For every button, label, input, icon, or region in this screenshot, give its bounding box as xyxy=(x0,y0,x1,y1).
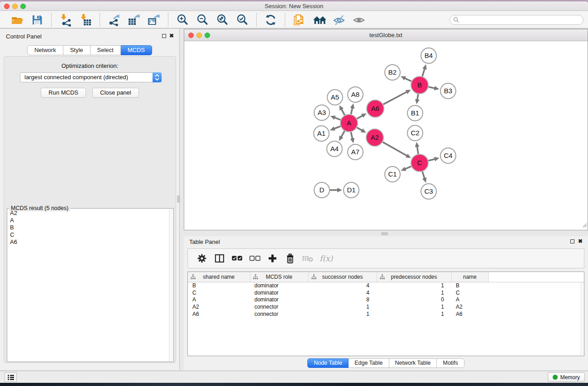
graph-node-A6[interactable]: A6 xyxy=(367,100,384,117)
graph-edge-C-C1[interactable] xyxy=(405,167,411,169)
graph-node-A4[interactable]: A4 xyxy=(327,141,342,157)
search-input[interactable] xyxy=(449,15,583,25)
graph-edge-C-C4[interactable] xyxy=(428,159,435,161)
table-scrollbar[interactable] xyxy=(581,282,584,355)
graph-node-B[interactable]: B xyxy=(411,76,428,94)
new-network-from-file-icon[interactable] xyxy=(292,13,306,27)
graph-node-B4[interactable]: B4 xyxy=(421,48,436,63)
table-row[interactable]: A6connector11A6 xyxy=(188,310,584,318)
graph-edge-A-A8[interactable] xyxy=(351,107,352,114)
graph-edge-B-B1[interactable] xyxy=(417,94,418,100)
graph-node-B3[interactable]: B3 xyxy=(440,83,456,99)
graph-node-A[interactable]: A xyxy=(340,114,358,132)
hide-eye-icon[interactable] xyxy=(332,13,346,27)
graph-edge-A-A1[interactable] xyxy=(334,126,340,129)
graph-node-A8[interactable]: A8 xyxy=(348,87,363,102)
graph-edge-B-B4[interactable] xyxy=(422,68,425,76)
delete-table-icon[interactable] xyxy=(302,253,314,264)
graph-node-C2[interactable]: C2 xyxy=(407,125,423,141)
graph-node-A3[interactable]: A3 xyxy=(314,105,330,120)
zoom-selected-icon[interactable] xyxy=(235,13,249,27)
graph-node-B2[interactable]: B2 xyxy=(385,65,400,80)
tab-network[interactable]: Network xyxy=(27,45,63,55)
mcds-result-item[interactable]: A6 xyxy=(8,238,168,246)
tab-mcds[interactable]: MCDS xyxy=(121,45,152,55)
tab-edge-table[interactable]: Edge Table xyxy=(349,358,389,368)
show-task-history-button[interactable] xyxy=(5,372,17,382)
split-table-view-icon[interactable] xyxy=(214,253,225,264)
column-header[interactable]: MCDS role xyxy=(250,272,308,282)
network-canvas[interactable]: AA1A2A3A4A5A6A7A8BB1B2B3B4CC1C2C3C4DD1 xyxy=(184,42,588,230)
graph-node-B1[interactable]: B1 xyxy=(407,105,423,121)
import-table-icon[interactable] xyxy=(79,13,92,27)
graph-node-C1[interactable]: C1 xyxy=(385,167,400,182)
mcds-result-item[interactable]: B xyxy=(8,224,168,231)
table-float-panel-icon[interactable] xyxy=(570,239,574,243)
home-icon[interactable] xyxy=(312,13,326,27)
mcds-result-scrollbar[interactable] xyxy=(169,209,173,361)
add-column-icon[interactable] xyxy=(267,253,278,264)
import-network-icon[interactable] xyxy=(59,13,72,27)
horizontal-splitter-handle[interactable] xyxy=(381,232,388,235)
table-row[interactable]: A2connector11A2 xyxy=(188,303,584,310)
zoom-fit-icon[interactable] xyxy=(215,13,229,27)
graph-edge-A-A6[interactable] xyxy=(357,115,363,119)
mcds-result-item[interactable]: A xyxy=(8,217,168,224)
close-panel-icon[interactable]: ✖ xyxy=(169,33,174,38)
graph-edge-C-C3[interactable] xyxy=(422,172,425,179)
tab-network-table[interactable]: Network Table xyxy=(389,358,437,368)
graph-node-D[interactable]: D xyxy=(314,182,330,198)
table-close-panel-icon[interactable]: ✖ xyxy=(578,239,583,244)
graph-node-A1[interactable]: A1 xyxy=(314,126,329,141)
memory-button[interactable]: Memory xyxy=(548,372,585,382)
tab-style[interactable]: Style xyxy=(63,45,91,55)
zoom-in-icon[interactable] xyxy=(176,13,189,27)
close-panel-button[interactable]: Close panel xyxy=(92,88,139,98)
graph-edge-A2-C[interactable] xyxy=(382,142,407,156)
open-file-icon[interactable] xyxy=(10,13,24,27)
graph-node-C3[interactable]: C3 xyxy=(421,184,436,199)
graph-edge-A-A3[interactable] xyxy=(334,117,340,119)
mcds-result-item[interactable]: A2 xyxy=(8,210,168,217)
graph-edge-A-A4[interactable] xyxy=(341,131,344,137)
deselect-all-columns-icon[interactable] xyxy=(249,253,261,264)
select-all-columns-icon[interactable] xyxy=(231,253,243,264)
graph-edge-A6-B[interactable] xyxy=(383,92,407,105)
column-header[interactable]: name xyxy=(451,272,488,282)
function-builder-button[interactable]: f(x) xyxy=(320,253,333,264)
show-eye-icon[interactable] xyxy=(352,13,366,27)
graph-node-C4[interactable]: C4 xyxy=(440,148,456,163)
graph-edge-A-A2[interactable] xyxy=(357,128,363,131)
tab-motifs[interactable]: Motifs xyxy=(437,358,464,368)
column-header[interactable]: predecessor nodes xyxy=(377,272,451,282)
graph-node-A5[interactable]: A5 xyxy=(327,90,343,105)
criterion-dropdown[interactable]: largest connected component (directed) xyxy=(20,72,162,82)
graph-edge-A-A7[interactable] xyxy=(351,132,353,139)
graph-node-C[interactable]: C xyxy=(411,154,428,172)
delete-column-trash-icon[interactable] xyxy=(284,253,296,264)
graph-node-D1[interactable]: D1 xyxy=(344,182,359,198)
tab-node-table[interactable]: Node Table xyxy=(307,358,349,368)
graph-edge-A-A5[interactable] xyxy=(341,109,345,115)
table-settings-gear-icon[interactable] xyxy=(196,253,208,264)
save-session-icon[interactable] xyxy=(30,13,44,27)
run-mcds-button[interactable]: Run MCDS xyxy=(41,88,86,98)
column-header[interactable]: successor nodes xyxy=(308,272,377,282)
float-panel-icon[interactable] xyxy=(162,34,166,38)
resize-grip-icon[interactable] xyxy=(582,221,587,229)
table-row[interactable]: Bdominator41B xyxy=(188,282,584,289)
export-network-icon[interactable] xyxy=(107,13,121,27)
graph-edge-B-B2[interactable] xyxy=(404,78,411,81)
graph-edge-B-B3[interactable] xyxy=(429,87,435,88)
zoom-out-icon[interactable] xyxy=(196,13,209,27)
graph-node-A2[interactable]: A2 xyxy=(366,129,383,146)
table-row[interactable]: Adominator80A xyxy=(188,296,584,303)
graph-node-A7[interactable]: A7 xyxy=(348,144,363,160)
tab-select[interactable]: Select xyxy=(91,45,121,55)
vertical-splitter-handle[interactable] xyxy=(177,195,180,203)
mcds-result-item[interactable]: C xyxy=(8,231,168,238)
refresh-icon[interactable] xyxy=(264,13,277,27)
table-row[interactable]: Cdominator41C xyxy=(188,289,584,296)
export-table-icon[interactable] xyxy=(127,13,141,27)
graph-edge-C-C2[interactable] xyxy=(417,146,418,154)
